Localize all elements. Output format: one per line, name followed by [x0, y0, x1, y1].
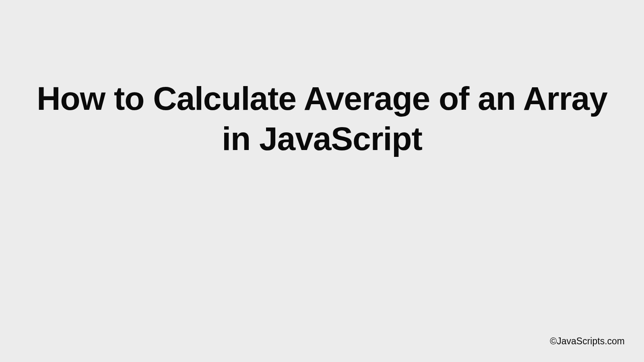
page-title: How to Calculate Average of an Array in …	[32, 78, 612, 159]
footer-attribution: ©JavaScripts.com	[550, 336, 625, 347]
